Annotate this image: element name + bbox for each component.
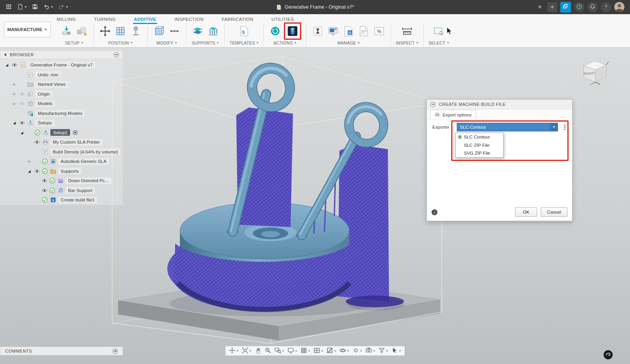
- move-component-icon[interactable]: [98, 24, 112, 38]
- add-comment-icon[interactable]: [113, 349, 118, 354]
- collapse-arrow-icon[interactable]: ◢: [26, 169, 32, 173]
- pointer-flag-button[interactable]: [390, 346, 403, 355]
- zoom-window-button[interactable]: [273, 346, 286, 355]
- job-status-clock-button[interactable]: [574, 2, 584, 12]
- visibility-eye-icon[interactable]: [19, 120, 25, 126]
- machine-monitor-icon[interactable]: [326, 24, 340, 38]
- gcode-doc-icon[interactable]: G: [342, 24, 355, 38]
- browser-row[interactable]: Down Oriented Pc...: [0, 176, 123, 186]
- browser-item-label[interactable]: Build Density [4.64% by volume]: [50, 148, 120, 155]
- workspace-selector-button[interactable]: MANUFACTURE: [4, 22, 50, 37]
- collapse-arrow-icon[interactable]: ◢: [19, 131, 25, 135]
- measure-ruler-icon[interactable]: [400, 24, 414, 38]
- browser-item-label[interactable]: Setup1: [50, 129, 70, 136]
- exporter-option[interactable]: SLC Contour: [456, 133, 503, 141]
- drop-pin-icon[interactable]: [129, 24, 143, 38]
- visibility-eye-icon[interactable]: [41, 177, 48, 184]
- viewports-button[interactable]: [312, 346, 325, 355]
- orbit-button[interactable]: [338, 346, 351, 355]
- exporter-option[interactable]: SLC ZIP File: [456, 141, 503, 150]
- visibility-eye-icon[interactable]: [41, 187, 48, 194]
- selection-filter-button[interactable]: [377, 346, 390, 355]
- grid-snaps-button[interactable]: [299, 346, 312, 355]
- avatar-button[interactable]: [614, 2, 624, 12]
- browser-item-label[interactable]: Supports: [58, 168, 82, 174]
- fusion-active-document-tab[interactable]: [560, 2, 571, 13]
- machine-library-icon[interactable]: [75, 24, 89, 38]
- exporter-options-menu-button[interactable]: [562, 127, 567, 128]
- browser-row[interactable]: ▷Origin: [0, 89, 123, 99]
- help-button[interactable]: ?: [601, 2, 611, 12]
- new-document-tab-button[interactable]: +: [547, 2, 557, 12]
- lattice-cube-icon[interactable]: [152, 24, 166, 38]
- browser-item-label[interactable]: My Custom SLA Printer: [50, 139, 103, 146]
- dialog-header[interactable]: CREATE MACHINE BUILD FILE: [427, 100, 572, 109]
- group-dropdown-manage[interactable]: MANAGE: [337, 41, 360, 45]
- zoom-magnifier-button[interactable]: [263, 346, 273, 355]
- browser-item-label[interactable]: Bar Support: [65, 187, 95, 194]
- simulate-box-icon[interactable]: [311, 24, 324, 38]
- minimize-panel-icon[interactable]: [114, 52, 119, 57]
- browser-item-label[interactable]: Autodesk Generic SLA: [58, 158, 109, 165]
- apps-grid-button[interactable]: [4, 2, 13, 13]
- browser-row[interactable]: ▷Autodesk Generic SLA: [0, 157, 123, 166]
- capture-image-button[interactable]: [364, 346, 377, 355]
- browser-row[interactable]: ◢Supports: [0, 166, 123, 176]
- arrange-grid-icon[interactable]: [114, 24, 127, 38]
- group-dropdown-inspect[interactable]: INSPECT: [396, 41, 419, 45]
- visibility-eye-icon[interactable]: [19, 91, 25, 97]
- support-bars-icon[interactable]: [206, 24, 220, 38]
- browser-row[interactable]: ◢Setup1: [0, 128, 123, 138]
- browser-item-label[interactable]: Generative Frame - Original v7: [28, 62, 95, 68]
- visibility-eye-icon[interactable]: [33, 139, 40, 145]
- group-dropdown-supports[interactable]: SUPPORTS: [192, 41, 219, 45]
- browser-row[interactable]: ◢Generative Frame - Original v7: [0, 60, 123, 70]
- browser-row[interactable]: ▷Models: [0, 99, 123, 109]
- collapse-arrow-icon[interactable]: ◢: [11, 121, 17, 125]
- view-cube-face-label[interactable]: RIGHT: [584, 71, 595, 76]
- expand-arrow-icon[interactable]: ▷: [26, 160, 32, 163]
- browser-row[interactable]: Bar Support: [0, 186, 123, 196]
- create-build-file-icon[interactable]: [286, 24, 299, 38]
- visibility-eye-icon[interactable]: [11, 62, 18, 68]
- display-settings-button[interactable]: [286, 346, 299, 355]
- collapse-arrow-icon[interactable]: ◢: [4, 63, 10, 67]
- browser-item-label[interactable]: Down Oriented Pc...: [65, 177, 111, 184]
- edit-dots-icon[interactable]: [168, 24, 181, 38]
- group-dropdown-templates[interactable]: TEMPLATES: [230, 41, 259, 45]
- tab-export-options[interactable]: Export options: [430, 110, 476, 120]
- comments-bar[interactable]: COMMENTS: [0, 347, 123, 355]
- redo-button[interactable]: [57, 2, 70, 13]
- percent-box-icon[interactable]: %: [372, 24, 386, 38]
- cancel-button[interactable]: Cancel: [541, 207, 567, 217]
- group-dropdown-modify[interactable]: MODIFY: [156, 41, 177, 45]
- browser-item-label[interactable]: Manufacturing Models: [35, 110, 85, 116]
- browser-row[interactable]: Build Density [4.64% by volume]: [0, 147, 123, 157]
- view-cube[interactable]: RIGHT: [580, 55, 610, 88]
- browser-row[interactable]: Manufacturing Models: [0, 109, 123, 118]
- close-document-button[interactable]: ×: [536, 3, 544, 11]
- setup-machine-icon[interactable]: [60, 24, 73, 38]
- support-layers-icon[interactable]: [191, 24, 204, 38]
- generate-teal-icon[interactable]: [269, 24, 282, 38]
- move-tool-button[interactable]: [227, 346, 240, 355]
- expand-arrow-icon[interactable]: ▷: [11, 92, 17, 96]
- fit-view-button[interactable]: [240, 346, 253, 355]
- assistant-button[interactable]: [604, 350, 613, 359]
- exporter-dropdown[interactable]: SLC Contour: [457, 123, 558, 131]
- group-dropdown-setup[interactable]: SETUP: [65, 41, 83, 45]
- diamond-marker-button[interactable]: [351, 346, 364, 355]
- pan-hand-button[interactable]: [253, 346, 263, 355]
- section-analysis-button[interactable]: [325, 346, 338, 355]
- save-button[interactable]: [30, 2, 40, 13]
- browser-row[interactable]: My Custom SLA Printer: [0, 137, 123, 147]
- post-doc-icon[interactable]: [357, 24, 371, 38]
- expand-arrow-icon[interactable]: ▷: [11, 83, 17, 86]
- browser-item-label[interactable]: Units: mm: [35, 71, 61, 78]
- ok-button[interactable]: OK: [515, 207, 537, 217]
- browser-row[interactable]: Create build file1: [0, 195, 123, 205]
- collapse-dialog-icon[interactable]: [430, 102, 435, 107]
- visibility-eye-icon[interactable]: [33, 168, 40, 174]
- browser-item-label[interactable]: Origin: [35, 91, 53, 97]
- browser-row[interactable]: ◢Setups: [0, 118, 123, 128]
